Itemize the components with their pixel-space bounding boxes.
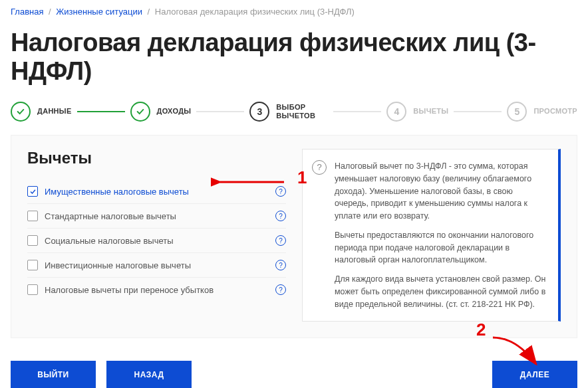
next-button[interactable]: ДАЛЕЕ	[492, 361, 577, 388]
step-label: ДАННЫЕ	[37, 107, 72, 116]
info-paragraph: Для каждого вида вычета установлен свой …	[335, 273, 546, 310]
info-box: ? Налоговый вычет по 3-НДФЛ - это сумма,…	[302, 149, 561, 322]
help-icon[interactable]: ?	[275, 211, 286, 221]
checkbox-label: Социальные налоговые вычеты	[45, 236, 269, 246]
step-label: ВЫБОР ВЫЧЕТОВ	[276, 103, 328, 120]
step-income[interactable]: ДОХОДЫ	[130, 102, 192, 122]
help-icon[interactable]: ?	[275, 186, 286, 197]
back-button[interactable]: НАЗАД	[106, 361, 192, 388]
help-icon[interactable]: ?	[275, 235, 286, 246]
step-number: 4	[386, 102, 406, 122]
question-icon: ?	[312, 160, 327, 175]
step-deductions[interactable]: 4 ВЫЧЕТЫ	[386, 102, 448, 122]
breadcrumb-current: Налоговая декларация физических лиц (3-Н…	[155, 7, 355, 17]
check-icon	[130, 102, 150, 122]
step-preview[interactable]: 5 ПРОСМОТР	[507, 102, 577, 122]
checkbox-icon[interactable]	[27, 211, 38, 221]
breadcrumb-situations[interactable]: Жизненные ситуации	[56, 7, 142, 17]
checkbox-row-standard[interactable]: Стандартные налоговые вычеты ?	[27, 204, 286, 229]
checkbox-icon[interactable]	[27, 284, 38, 295]
page-title: Налоговая декларация физических лиц (3-Н…	[0, 17, 588, 102]
checkbox-label: Стандартные налоговые вычеты	[45, 211, 269, 221]
checkbox-label: Налоговые вычеты при переносе убытков	[45, 285, 269, 295]
step-number: 3	[249, 102, 269, 122]
checkbox-icon[interactable]	[27, 235, 38, 246]
info-paragraph: Вычеты предоставляются по окончании нало…	[335, 229, 546, 266]
step-number: 5	[507, 102, 527, 122]
checkbox-row-investment[interactable]: Инвестиционные налоговые вычеты ?	[27, 253, 286, 278]
step-label: ДОХОДЫ	[157, 107, 192, 116]
help-icon[interactable]: ?	[275, 260, 286, 270]
info-paragraph: Налоговый вычет по 3-НДФЛ - это сумма, к…	[335, 160, 546, 223]
section-title: Вычеты	[27, 149, 286, 167]
stepper: ДАННЫЕ ДОХОДЫ 3 ВЫБОР ВЫЧЕТОВ 4 ВЫЧЕТЫ 5…	[0, 102, 588, 128]
exit-button[interactable]: ВЫЙТИ	[11, 361, 96, 388]
step-data[interactable]: ДАННЫЕ	[11, 102, 72, 122]
step-label: ВЫЧЕТЫ	[413, 107, 448, 116]
checkbox-row-social[interactable]: Социальные налоговые вычеты ?	[27, 229, 286, 253]
breadcrumb-home[interactable]: Главная	[11, 7, 43, 17]
checkbox-label: Инвестиционные налоговые вычеты	[45, 260, 269, 270]
checkbox-icon[interactable]	[27, 260, 38, 270]
checkbox-label: Имущественные налоговые вычеты	[45, 187, 269, 197]
footer-buttons: ВЫЙТИ НАЗАД ДАЛЕЕ 2	[11, 361, 577, 388]
step-deduction-choice[interactable]: 3 ВЫБОР ВЫЧЕТОВ	[249, 102, 328, 122]
checkbox-row-loss[interactable]: Налоговые вычеты при переносе убытков ?	[27, 278, 286, 302]
check-icon	[11, 102, 31, 122]
checkbox-row-property[interactable]: Имущественные налоговые вычеты ?	[27, 179, 286, 204]
help-icon[interactable]: ?	[275, 284, 286, 295]
step-label: ПРОСМОТР	[533, 107, 577, 116]
breadcrumb: Главная / Жизненные ситуации / Налоговая…	[0, 0, 588, 17]
checkbox-icon[interactable]	[27, 186, 38, 197]
main-panel: Вычеты Имущественные налоговые вычеты ? …	[11, 135, 577, 338]
